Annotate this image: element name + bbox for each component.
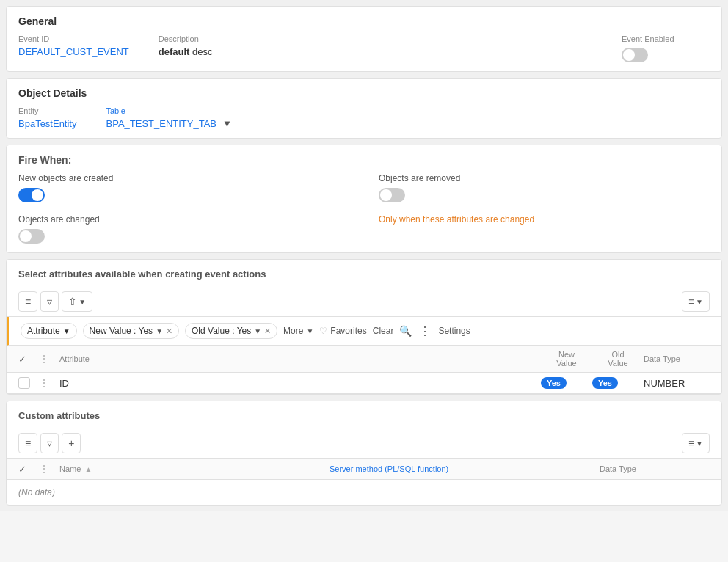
new-value-chip-arrow: ▼ [156,327,163,335]
custom-list-button[interactable]: ≡ [18,433,37,453]
event-enabled-toggle[interactable] [622,48,648,62]
description-value: default desc [159,46,592,57]
filter-icon: ▿ [47,296,52,307]
general-title: General [18,15,710,27]
header-check-icon: ✓ [18,354,39,365]
row-data-type: NUMBER [644,378,710,389]
custom-attributes-section: Custom attributes ≡ ▿ + ≡ ▼ ✓ ⋮ Name ▲ [6,401,722,506]
objects-removed-toggle[interactable] [379,188,405,202]
event-id-value: DEFAULT_CUST_EVENT [18,46,129,57]
toolbar-right: ≡ ▼ [682,291,710,312]
custom-filter-icon: ▿ [47,437,52,449]
table-label: Table [106,106,232,115]
entity-label: Entity [18,106,77,115]
custom-add-icon: + [68,437,74,449]
custom-right-list-icon: ≡ [688,437,694,449]
custom-add-button[interactable]: + [62,433,81,453]
right-menu-button[interactable]: ≡ ▼ [682,291,710,312]
custom-name-col-header: Name ▲ [59,464,330,473]
custom-attrs-header: Custom attributes [7,401,721,421]
clear-button[interactable]: Clear [373,326,394,336]
select-attributes-section: Select attributes available when creatin… [6,259,722,395]
description-label: Description [159,34,592,43]
fire-when-section: Fire When: New objects are created Objec… [6,145,722,253]
row-old-value-badge: Yes [592,377,644,389]
new-objects-label: New objects are created [18,173,349,183]
expand-icon: ▼ [79,298,86,306]
old-value-col-header: Old Value [592,350,644,368]
export-icon: ⇧ [68,296,77,307]
custom-server-method-col-header: Server method (PL/SQL function) [330,464,600,473]
new-value-chip-close[interactable]: ✕ [166,326,172,336]
old-value-chip[interactable]: Old Value : Yes ▼ ✕ [185,323,277,339]
description-rest: desc [189,46,212,57]
custom-right-menu-button[interactable]: ≡ ▼ [682,433,710,453]
header-drag-icon: ⋮ [39,353,59,365]
filter-button[interactable]: ▿ [40,291,59,312]
event-id-label: Event ID [18,34,129,43]
attribute-chip[interactable]: Attribute ▼ [21,323,77,339]
favorites-button[interactable]: ♡ Favorites [319,326,366,336]
general-section: General Event ID DEFAULT_CUST_EVENT Desc… [6,6,722,72]
custom-attrs-title: Custom attributes [18,410,710,421]
filter-bar: Attribute ▼ New Value : Yes ▼ ✕ Old Valu… [7,317,721,346]
custom-data-type-col-header: Data Type [600,464,710,473]
more-button[interactable]: More ▼ [283,326,313,336]
attribute-chip-label: Attribute [27,326,60,336]
old-value-chip-label: Old Value : Yes [192,326,251,336]
old-value-chip-close[interactable]: ✕ [264,326,271,336]
only-when-label: Only when these attributes are changed [379,214,710,225]
row-checkbox[interactable] [18,377,30,389]
objects-changed-label: Objects are changed [18,214,349,225]
custom-right-expand-icon: ▼ [696,439,703,448]
table-value: BPA_TEST_ENTITY_TAB [106,118,217,129]
select-attrs-title: Select attributes available when creatin… [18,269,710,280]
attribute-chip-arrow: ▼ [63,327,70,335]
more-arrow: ▼ [306,327,313,335]
no-data-text: (No data) [18,487,55,497]
only-when-item: Only when these attributes are changed [379,214,710,244]
new-value-chip[interactable]: New Value : Yes ▼ ✕ [83,323,179,339]
page-container: General Event ID DEFAULT_CUST_EVENT Desc… [0,0,728,511]
entity-value: BpaTestEntity [18,118,77,129]
custom-list-icon: ≡ [25,437,31,449]
list-icon: ≡ [25,296,31,307]
select-attrs-toolbar: ≡ ▿ ⇧ ▼ ≡ ▼ [7,287,721,317]
objects-removed-label: Objects are removed [379,173,710,183]
fire-when-title: Fire When: [18,154,710,166]
custom-filter-button[interactable]: ▿ [40,433,59,453]
row-id-attr: ID [59,378,541,389]
custom-table-header: ✓ ⋮ Name ▲ Server method (PL/SQL functio… [7,459,721,480]
right-expand-icon: ▼ [696,298,703,306]
table-select[interactable]: BPA_TEST_ENTITY_TAB ▼ [106,118,232,129]
description-bold: default [159,46,190,57]
no-data-row: (No data) [7,480,721,505]
row-new-value-badge: Yes [541,377,592,389]
new-objects-toggle[interactable] [18,188,45,202]
old-value-chip-arrow: ▼ [254,327,261,335]
attrs-table-header: ✓ ⋮ Attribute New Value Old Value Data T… [7,346,721,373]
settings-button[interactable]: Settings [438,326,470,336]
table-dropdown-arrow[interactable]: ▼ [222,118,232,129]
more-options-button[interactable]: ⋮ [418,324,432,338]
custom-header-drag: ⋮ [39,463,59,475]
heart-icon: ♡ [319,326,327,336]
more-label: More [283,326,303,336]
select-attrs-header: Select attributes available when creatin… [7,260,721,280]
right-list-icon: ≡ [688,296,694,307]
new-objects-item: New objects are created [18,173,349,202]
row-drag-handle: ⋮ [39,377,59,389]
name-sort-arrow: ▲ [84,465,92,473]
search-button[interactable]: 🔍 [399,325,412,337]
event-enabled-label: Event Enabled [622,34,674,43]
object-details-title: Object Details [18,87,710,99]
objects-changed-toggle[interactable] [18,229,45,244]
objects-removed-item: Objects are removed [379,173,710,202]
export-button[interactable]: ⇧ ▼ [62,291,92,312]
objects-changed-item: Objects are changed [18,214,349,244]
custom-header-check: ✓ [18,464,39,475]
list-view-button[interactable]: ≡ [18,291,37,312]
favorites-label: Favorites [330,326,366,336]
custom-toolbar: ≡ ▿ + ≡ ▼ [7,428,721,459]
table-row: ⋮ ID Yes Yes NUMBER [7,373,721,394]
